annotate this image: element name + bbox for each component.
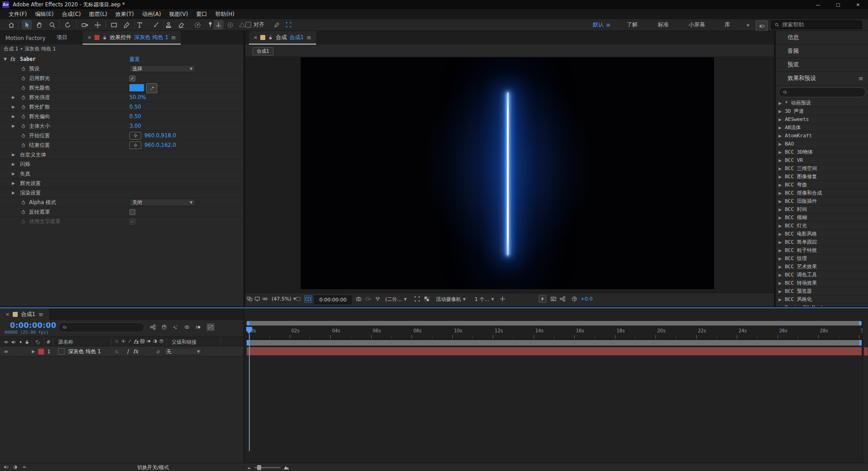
workspace-4[interactable]: 库: [724, 19, 730, 30]
group-twirl-icon[interactable]: ▶: [12, 160, 15, 169]
type-tool[interactable]: [134, 20, 144, 30]
panel-menu-icon[interactable]: ≡: [858, 75, 863, 82]
menu-item-3[interactable]: 图层(L): [85, 10, 111, 18]
panel-info[interactable]: 信息: [776, 31, 868, 45]
preset-category-24[interactable]: ▶BCC 风格化: [776, 296, 868, 304]
show-snapshot-icon[interactable]: [365, 296, 371, 302]
chevron-right-icon[interactable]: ▶: [779, 248, 782, 253]
property-dropdown[interactable]: 选择▼: [129, 64, 195, 73]
property-label[interactable]: 辉光颜色: [29, 83, 50, 92]
pan-behind-tool[interactable]: [93, 20, 103, 30]
layer-row[interactable]: ▶ 1 深灰色 纯色 1 / fx 无▼: [0, 346, 243, 356]
axis-world-icon[interactable]: [225, 20, 235, 30]
workspace-1[interactable]: 了解: [627, 19, 638, 30]
property-twirl-icon[interactable]: ▶: [12, 93, 15, 102]
preset-category-25[interactable]: ▶Boris FX Mocha: [776, 304, 868, 306]
property-label[interactable]: 辉光强度: [29, 93, 50, 102]
grid-guides-icon[interactable]: [295, 296, 301, 302]
region-of-interest-icon[interactable]: [414, 296, 420, 302]
property-value[interactable]: 0.50: [129, 112, 141, 121]
chevron-right-icon[interactable]: ▶: [779, 306, 782, 307]
parent-link-column-header[interactable]: 父级和链接: [172, 337, 197, 347]
primary-viewer-icon[interactable]: [254, 296, 260, 302]
stopwatch-icon[interactable]: [21, 207, 26, 216]
stopwatch-icon[interactable]: [21, 112, 26, 121]
chevron-right-icon[interactable]: ▶: [779, 240, 782, 245]
preset-category-21[interactable]: ▶BCC 调色工具: [776, 271, 868, 279]
switch-column-half-circle-icon[interactable]: [153, 339, 158, 344]
preset-category-19[interactable]: ▶BCC 纹理: [776, 255, 868, 263]
property-checkbox[interactable]: [129, 207, 135, 216]
group-twirl-icon[interactable]: ▶: [12, 188, 15, 197]
rect-tool-tool[interactable]: [109, 20, 119, 30]
property-label[interactable]: 失真: [20, 169, 30, 178]
stopwatch-icon[interactable]: [21, 64, 26, 73]
preset-category-5[interactable]: ▶BAO: [776, 140, 868, 148]
property-twirl-icon[interactable]: ▶: [12, 112, 15, 121]
brush-tool[interactable]: [151, 20, 161, 30]
panel-effects-presets[interactable]: 效果和预设 ≡: [776, 72, 868, 85]
pen-tool[interactable]: [122, 20, 132, 30]
rotate-tool[interactable]: [63, 20, 73, 30]
property-label[interactable]: Alpha 模式: [29, 198, 56, 207]
property-label[interactable]: 辉光设置: [20, 179, 41, 188]
chevron-right-icon[interactable]: ▶: [779, 101, 782, 105]
timeline-search-input[interactable]: [58, 322, 144, 332]
snap-checkbox[interactable]: [245, 22, 251, 28]
help-search[interactable]: 搜索帮助: [771, 20, 862, 29]
axis-local-icon[interactable]: [213, 20, 223, 30]
eyedropper-icon[interactable]: [146, 83, 157, 93]
property-label[interactable]: 反转遮罩: [29, 207, 50, 216]
stopwatch-icon[interactable]: [21, 131, 26, 140]
preset-category-20[interactable]: ▶BCC 艺术效果: [776, 263, 868, 271]
property-value[interactable]: 3.00: [129, 121, 141, 130]
stopwatch-icon[interactable]: [21, 83, 26, 92]
audio-column-icon[interactable]: [11, 337, 16, 347]
preset-category-1[interactable]: ▶3D 声道: [776, 107, 868, 115]
channels-icon[interactable]: [375, 296, 381, 302]
stopwatch-icon[interactable]: [21, 198, 26, 207]
preset-category-17[interactable]: ▶BCC 简单跟踪: [776, 238, 868, 246]
layer-twirl-icon[interactable]: ▶: [32, 346, 35, 356]
stopwatch-icon[interactable]: [21, 93, 26, 102]
snapshot-icon[interactable]: [356, 296, 362, 302]
menu-item-6[interactable]: 视图(V): [165, 10, 192, 18]
preset-category-15[interactable]: ▶BCC 灯光: [776, 222, 868, 230]
layer-fx-icon[interactable]: fx: [133, 346, 138, 356]
tab-effect-controls[interactable]: × 效果控件 深灰色 纯色 1 ≡: [83, 31, 180, 45]
chevron-right-icon[interactable]: ▶: [779, 125, 782, 130]
transparency-grid-icon[interactable]: [424, 296, 430, 302]
stopwatch-icon[interactable]: [21, 140, 26, 150]
menu-item-1[interactable]: 编辑(E): [31, 10, 58, 18]
comp-viewer[interactable]: [245, 56, 774, 293]
chevron-right-icon[interactable]: ▶: [779, 150, 782, 155]
chevron-right-icon[interactable]: ▶: [779, 215, 782, 220]
preset-category-16[interactable]: ▶BCC 电影风格: [776, 230, 868, 238]
property-checkbox[interactable]: ✓: [129, 217, 135, 226]
property-twirl-icon[interactable]: ▶: [12, 102, 15, 111]
preset-category-11[interactable]: ▶BCC 抠像和合成: [776, 189, 868, 197]
channel-settings-icon[interactable]: [262, 296, 268, 302]
effect-header-row[interactable]: ▼fxSaber重置: [0, 55, 243, 64]
comp-navigator-chip[interactable]: 合成1: [253, 47, 273, 55]
chevron-right-icon[interactable]: ▶: [779, 297, 782, 302]
effect-name[interactable]: Saber: [20, 55, 36, 64]
draft-3d-icon[interactable]: [161, 324, 167, 330]
property-label[interactable]: 预设: [29, 64, 40, 73]
switch-column-quality-slash-icon[interactable]: [127, 339, 132, 344]
group-twirl-icon[interactable]: ▶: [12, 179, 15, 188]
chevron-right-icon[interactable]: ▶: [779, 256, 782, 261]
chevron-right-icon[interactable]: ▶: [779, 281, 782, 286]
home-tool[interactable]: [6, 20, 16, 30]
view-layout-select[interactable]: 1 个…▼: [475, 296, 494, 303]
panel-preview[interactable]: 预览: [776, 58, 868, 72]
tab-project[interactable]: 项目: [51, 30, 73, 45]
zoom-slider-handle[interactable]: [257, 465, 261, 470]
property-label[interactable]: 闪烁: [20, 160, 30, 169]
exposure-value[interactable]: +0.0: [580, 296, 593, 302]
stopwatch-icon[interactable]: [21, 102, 26, 111]
workspace-menu-icon[interactable]: ≡: [606, 22, 610, 28]
panel-menu-icon[interactable]: ≡: [39, 311, 44, 318]
timeline-zoom-slider[interactable]: [247, 465, 289, 471]
index-column-header[interactable]: #: [46, 337, 50, 347]
